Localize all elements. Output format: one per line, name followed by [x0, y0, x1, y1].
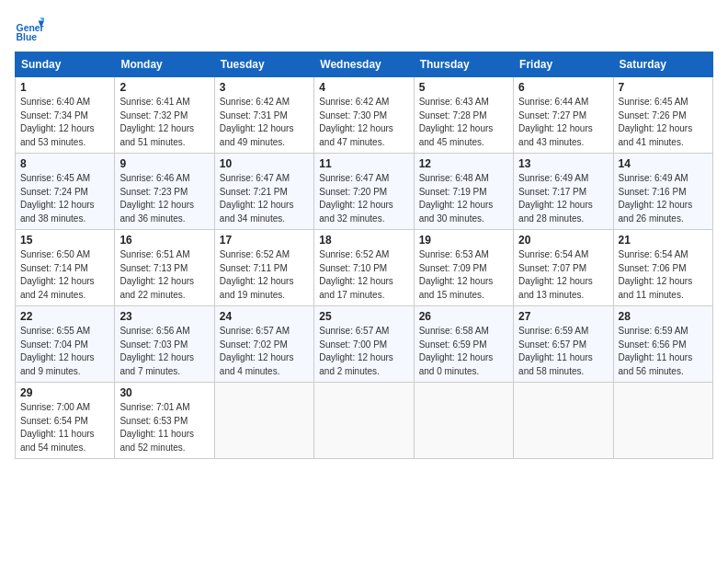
- calendar-day-26: 26Sunrise: 6:58 AM Sunset: 6:59 PM Dayli…: [414, 306, 513, 383]
- day-info: Sunrise: 6:42 AM Sunset: 7:30 PM Dayligh…: [319, 96, 408, 149]
- day-info: Sunrise: 6:47 AM Sunset: 7:21 PM Dayligh…: [220, 172, 309, 225]
- calendar-week-1: 1Sunrise: 6:40 AM Sunset: 7:34 PM Daylig…: [16, 77, 713, 154]
- calendar-day-17: 17Sunrise: 6:52 AM Sunset: 7:11 PM Dayli…: [214, 230, 313, 306]
- logo: General Blue: [15, 15, 44, 44]
- calendar-week-2: 8Sunrise: 6:45 AM Sunset: 7:24 PM Daylig…: [16, 154, 713, 230]
- calendar-day-11: 11Sunrise: 6:47 AM Sunset: 7:20 PM Dayli…: [314, 154, 414, 230]
- calendar-day-27: 27Sunrise: 6:59 AM Sunset: 6:57 PM Dayli…: [514, 306, 613, 383]
- calendar-day-2: 2Sunrise: 6:41 AM Sunset: 7:32 PM Daylig…: [115, 77, 214, 154]
- day-number: 2: [119, 81, 209, 94]
- calendar-day-28: 28Sunrise: 6:59 AM Sunset: 6:56 PM Dayli…: [613, 306, 712, 383]
- day-number: 19: [419, 234, 508, 247]
- calendar-day-23: 23Sunrise: 6:56 AM Sunset: 7:03 PM Dayli…: [115, 306, 214, 383]
- day-info: Sunrise: 6:47 AM Sunset: 7:20 PM Dayligh…: [319, 172, 408, 225]
- calendar-day-5: 5Sunrise: 6:43 AM Sunset: 7:28 PM Daylig…: [414, 77, 513, 154]
- calendar-day-30: 30Sunrise: 7:01 AM Sunset: 6:53 PM Dayli…: [115, 383, 214, 459]
- weekday-header-saturday: Saturday: [613, 52, 712, 77]
- day-info: Sunrise: 6:44 AM Sunset: 7:27 PM Dayligh…: [518, 96, 608, 149]
- day-info: Sunrise: 7:01 AM Sunset: 6:53 PM Dayligh…: [119, 401, 209, 454]
- calendar-day-22: 22Sunrise: 6:55 AM Sunset: 7:04 PM Dayli…: [16, 306, 115, 383]
- day-info: Sunrise: 6:53 AM Sunset: 7:09 PM Dayligh…: [419, 248, 508, 302]
- calendar-day-3: 3Sunrise: 6:42 AM Sunset: 7:31 PM Daylig…: [214, 77, 313, 154]
- day-info: Sunrise: 6:54 AM Sunset: 7:06 PM Dayligh…: [619, 248, 708, 302]
- day-info: Sunrise: 6:48 AM Sunset: 7:19 PM Dayligh…: [419, 172, 508, 225]
- day-info: Sunrise: 6:41 AM Sunset: 7:32 PM Dayligh…: [119, 96, 209, 149]
- calendar-day-19: 19Sunrise: 6:53 AM Sunset: 7:09 PM Dayli…: [414, 230, 513, 306]
- day-info: Sunrise: 6:59 AM Sunset: 6:57 PM Dayligh…: [518, 325, 608, 378]
- day-info: Sunrise: 6:56 AM Sunset: 7:03 PM Dayligh…: [119, 325, 209, 378]
- day-number: 4: [319, 81, 408, 94]
- day-number: 29: [20, 386, 109, 399]
- day-info: Sunrise: 6:40 AM Sunset: 7:34 PM Dayligh…: [20, 96, 109, 149]
- day-number: 30: [119, 386, 209, 399]
- weekday-header-row: SundayMondayTuesdayWednesdayThursdayFrid…: [16, 52, 713, 77]
- calendar-week-4: 22Sunrise: 6:55 AM Sunset: 7:04 PM Dayli…: [16, 306, 713, 383]
- day-number: 14: [619, 157, 708, 170]
- day-number: 16: [119, 234, 209, 247]
- day-number: 12: [419, 157, 508, 170]
- calendar-day-1: 1Sunrise: 6:40 AM Sunset: 7:34 PM Daylig…: [16, 77, 115, 154]
- day-number: 3: [220, 81, 309, 94]
- calendar-day-15: 15Sunrise: 6:50 AM Sunset: 7:14 PM Dayli…: [16, 230, 115, 306]
- day-number: 20: [518, 234, 608, 247]
- calendar-day-4: 4Sunrise: 6:42 AM Sunset: 7:30 PM Daylig…: [314, 77, 414, 154]
- svg-text:Blue: Blue: [17, 32, 38, 42]
- calendar-table: SundayMondayTuesdayWednesdayThursdayFrid…: [15, 52, 713, 459]
- page-header: General Blue: [15, 15, 713, 44]
- day-number: 6: [518, 81, 608, 94]
- weekday-header-tuesday: Tuesday: [214, 52, 313, 77]
- day-number: 22: [20, 310, 109, 323]
- calendar-week-3: 15Sunrise: 6:50 AM Sunset: 7:14 PM Dayli…: [16, 230, 713, 306]
- day-number: 8: [20, 157, 109, 170]
- day-info: Sunrise: 7:00 AM Sunset: 6:54 PM Dayligh…: [20, 401, 109, 454]
- day-number: 9: [119, 157, 209, 170]
- day-info: Sunrise: 6:45 AM Sunset: 7:24 PM Dayligh…: [20, 172, 109, 225]
- calendar-day-20: 20Sunrise: 6:54 AM Sunset: 7:07 PM Dayli…: [514, 230, 613, 306]
- day-info: Sunrise: 6:54 AM Sunset: 7:07 PM Dayligh…: [518, 248, 608, 302]
- calendar-day-18: 18Sunrise: 6:52 AM Sunset: 7:10 PM Dayli…: [314, 230, 414, 306]
- day-number: 23: [119, 310, 209, 323]
- weekday-header-monday: Monday: [115, 52, 214, 77]
- day-info: Sunrise: 6:51 AM Sunset: 7:13 PM Dayligh…: [119, 248, 209, 302]
- day-number: 7: [619, 81, 708, 94]
- empty-cell: [414, 383, 513, 459]
- logo-icon: General Blue: [15, 15, 44, 44]
- weekday-header-sunday: Sunday: [16, 52, 115, 77]
- day-number: 25: [319, 310, 408, 323]
- day-info: Sunrise: 6:49 AM Sunset: 7:16 PM Dayligh…: [619, 172, 708, 225]
- day-info: Sunrise: 6:49 AM Sunset: 7:17 PM Dayligh…: [518, 172, 608, 225]
- calendar-day-21: 21Sunrise: 6:54 AM Sunset: 7:06 PM Dayli…: [613, 230, 712, 306]
- day-info: Sunrise: 6:59 AM Sunset: 6:56 PM Dayligh…: [619, 325, 708, 378]
- calendar-day-10: 10Sunrise: 6:47 AM Sunset: 7:21 PM Dayli…: [214, 154, 313, 230]
- day-number: 18: [319, 234, 408, 247]
- calendar-day-8: 8Sunrise: 6:45 AM Sunset: 7:24 PM Daylig…: [16, 154, 115, 230]
- day-number: 28: [619, 310, 708, 323]
- day-number: 10: [220, 157, 309, 170]
- empty-cell: [514, 383, 613, 459]
- day-number: 15: [20, 234, 109, 247]
- day-number: 1: [20, 81, 109, 94]
- calendar-day-16: 16Sunrise: 6:51 AM Sunset: 7:13 PM Dayli…: [115, 230, 214, 306]
- day-info: Sunrise: 6:42 AM Sunset: 7:31 PM Dayligh…: [220, 96, 309, 149]
- day-info: Sunrise: 6:55 AM Sunset: 7:04 PM Dayligh…: [20, 325, 109, 378]
- calendar-day-25: 25Sunrise: 6:57 AM Sunset: 7:00 PM Dayli…: [314, 306, 414, 383]
- day-number: 13: [518, 157, 608, 170]
- calendar-day-29: 29Sunrise: 7:00 AM Sunset: 6:54 PM Dayli…: [16, 383, 115, 459]
- calendar-day-24: 24Sunrise: 6:57 AM Sunset: 7:02 PM Dayli…: [214, 306, 313, 383]
- day-number: 11: [319, 157, 408, 170]
- day-info: Sunrise: 6:57 AM Sunset: 7:02 PM Dayligh…: [220, 325, 309, 378]
- day-info: Sunrise: 6:58 AM Sunset: 6:59 PM Dayligh…: [419, 325, 508, 378]
- calendar-day-13: 13Sunrise: 6:49 AM Sunset: 7:17 PM Dayli…: [514, 154, 613, 230]
- empty-cell: [314, 383, 414, 459]
- day-info: Sunrise: 6:52 AM Sunset: 7:11 PM Dayligh…: [220, 248, 309, 302]
- weekday-header-wednesday: Wednesday: [314, 52, 414, 77]
- day-info: Sunrise: 6:57 AM Sunset: 7:00 PM Dayligh…: [319, 325, 408, 378]
- calendar-day-9: 9Sunrise: 6:46 AM Sunset: 7:23 PM Daylig…: [115, 154, 214, 230]
- weekday-header-thursday: Thursday: [414, 52, 513, 77]
- day-info: Sunrise: 6:45 AM Sunset: 7:26 PM Dayligh…: [619, 96, 708, 149]
- day-number: 5: [419, 81, 508, 94]
- day-info: Sunrise: 6:50 AM Sunset: 7:14 PM Dayligh…: [20, 248, 109, 302]
- day-info: Sunrise: 6:52 AM Sunset: 7:10 PM Dayligh…: [319, 248, 408, 302]
- empty-cell: [214, 383, 313, 459]
- calendar-day-7: 7Sunrise: 6:45 AM Sunset: 7:26 PM Daylig…: [613, 77, 712, 154]
